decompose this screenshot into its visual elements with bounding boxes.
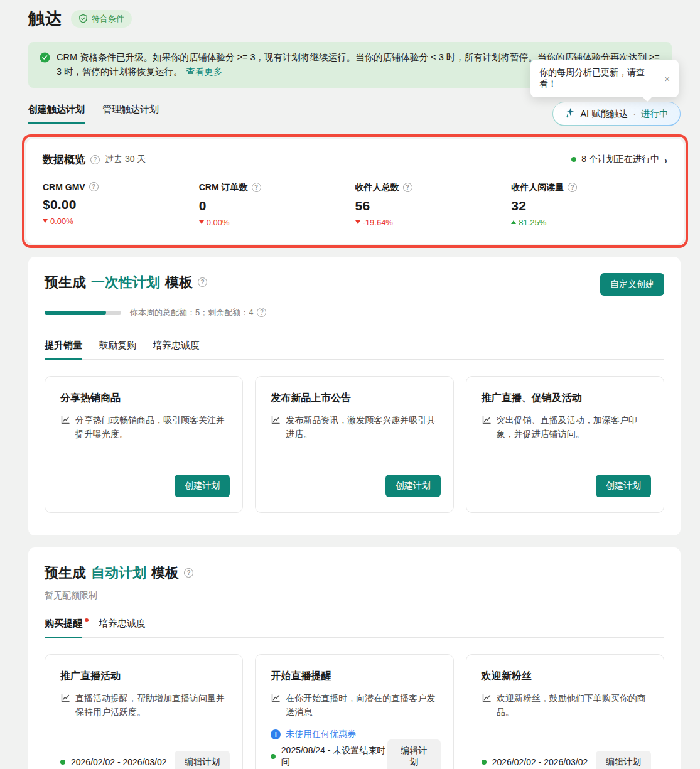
create-plan-button[interactable]: 创建计划 (596, 475, 651, 497)
plan-date-range: 2026/02/02 - 2026/03/02 (482, 757, 588, 767)
eligibility-badge: 符合条件 (71, 10, 132, 28)
tab-manage-reach-plan[interactable]: 管理触达计划 (102, 104, 159, 124)
help-icon[interactable]: ? (252, 183, 261, 192)
metric-delta-value: 0.00% (50, 217, 73, 226)
card-description-text: 发布新品资讯，激发顾客兴趣并吸引其进店。 (286, 414, 438, 441)
help-icon[interactable]: ? (568, 183, 577, 192)
title-accent: 自动计划 (91, 564, 146, 583)
card-description: 在你开始直播时，向潜在的直播客户发送消息 (271, 692, 438, 719)
metric-crm-orders: CRM 订单数? 0 0.00% (199, 182, 355, 227)
help-icon[interactable]: ? (403, 183, 412, 192)
auto-quota-note: 暂无配额限制 (45, 590, 664, 601)
ai-reach-button[interactable]: AI 赋能触达 · 进行中 (552, 102, 681, 126)
tab-create-reach-plan[interactable]: 创建触达计划 (28, 104, 85, 124)
tab-label: 购买提醒 (45, 618, 82, 628)
tab-purchase-reminder[interactable]: 购买提醒 (45, 618, 82, 638)
trend-down-icon (355, 220, 360, 224)
reach-page: 触达 符合条件 CRM 资格条件已升级。如果你的店铺体验分 >= 3，现有计划将… (0, 0, 700, 769)
line-chart-icon (60, 415, 70, 425)
page-title: 触达 (28, 8, 62, 30)
ai-button-separator: · (633, 109, 636, 119)
auto-section-title: 预生成自动计划模板 ? (45, 564, 193, 583)
card-description: 分享热门或畅销商品，吸引顾客关注并提升曝光度。 (60, 414, 227, 441)
card-title: 分享热销商品 (60, 392, 227, 405)
quota-progress-fill (45, 311, 106, 315)
edit-plan-button[interactable]: 编辑计划 (387, 739, 441, 769)
custom-create-button[interactable]: 自定义创建 (600, 273, 664, 296)
metric-delta-value: 81.25% (519, 218, 546, 227)
tab-boost-sales[interactable]: 提升销量 (45, 340, 82, 360)
running-plans-link[interactable]: 8 个计划正在进行中 › (571, 154, 667, 165)
plan-date-range: 2025/08/24 - 未设置结束时间 (271, 745, 387, 768)
toast-text: 你的每周分析已更新，请查看！ (539, 67, 657, 90)
card-title: 开始直播提醒 (271, 670, 438, 683)
card-footer: 2026/02/02 - 2026/03/02 编辑计划 (60, 751, 230, 769)
red-dot-badge (85, 618, 89, 622)
info-icon: i (271, 729, 281, 739)
template-card-share-hot-products: 分享热销商品 分享热门或畅销商品，吸引顾客关注并提升曝光度。 创建计划 (45, 376, 243, 513)
one-time-section-header: 预生成一次性计划模板 ? 自定义创建 (45, 273, 664, 296)
metric-total-recipients: 收件人总数? 56 -19.64% (355, 182, 512, 227)
overview-header: 数据概览 ? 过去 30 天 8 个计划正在进行中 › (43, 153, 667, 167)
help-icon[interactable]: ? (89, 182, 99, 191)
help-icon[interactable]: ? (257, 308, 266, 317)
overview-title: 数据概览 (43, 153, 85, 167)
card-description: 突出促销、直播及活动，加深客户印象，并促进店铺访问。 (482, 414, 649, 441)
metric-value: $0.00 (43, 197, 199, 212)
title-accent: 一次性计划 (91, 273, 160, 292)
ai-button-status: 进行中 (641, 108, 669, 120)
edit-plan-button[interactable]: 编辑计划 (175, 751, 230, 769)
ai-button-label: AI 赋能触达 (580, 108, 628, 120)
one-time-cards: 分享热销商品 分享热门或畅销商品，吸引顾客关注并提升曝光度。 创建计划 发布新品… (45, 376, 664, 513)
line-chart-icon (60, 693, 70, 703)
metric-label: CRM GMV (43, 182, 85, 192)
template-card-new-product-announcement: 发布新品上市公告 发布新品资讯，激发顾客兴趣并吸引其进店。 创建计划 (255, 376, 453, 513)
metric-crm-gmv: CRM GMV? $0.00 0.00% (43, 182, 199, 227)
line-chart-icon (482, 415, 492, 425)
shield-check-icon (78, 14, 88, 24)
metric-delta: 81.25% (511, 218, 667, 227)
banner-see-more-link[interactable]: 查看更多 (186, 67, 223, 77)
metric-value: 32 (511, 198, 667, 213)
coupon-notice-text: 未使用任何优惠券 (286, 729, 356, 740)
card-description-text: 突出促销、直播及活动，加深客户印象，并促进店铺访问。 (497, 414, 649, 441)
metric-label: CRM 订单数 (199, 182, 248, 193)
help-icon[interactable]: ? (90, 155, 100, 164)
quota-text-value: 你本周的总配额：5；剩余配额：4 (130, 307, 253, 318)
metric-label: 收件人阅读量 (511, 182, 564, 193)
status-dot-icon (571, 157, 576, 162)
sparkle-icon (564, 107, 575, 120)
metric-label-row: CRM 订单数? (199, 182, 355, 193)
line-chart-icon (271, 693, 281, 703)
quota-progress-bar (45, 311, 121, 315)
metric-delta-value: -19.64% (363, 218, 393, 227)
card-title: 推广直播活动 (60, 670, 227, 683)
quota-row: 你本周的总配额：5；剩余配额：4? (45, 307, 664, 318)
card-title: 欢迎新粉丝 (482, 670, 649, 683)
one-time-templates-section: 预生成一次性计划模板 ? 自定义创建 你本周的总配额：5；剩余配额：4? 提升销… (28, 257, 681, 535)
card-footer: 2026/02/02 - 2026/03/02 编辑计划 (482, 751, 651, 769)
metric-label: 收件人总数 (355, 182, 399, 193)
card-description-text: 在你开始直播时，向潜在的直播客户发送消息 (286, 692, 438, 719)
close-icon[interactable]: × (664, 74, 670, 83)
active-status-dot-icon (482, 760, 487, 765)
metric-value: 0 (199, 198, 355, 213)
auto-cards: 推广直播活动 直播活动提醒，帮助增加直播访问量并保持用户活跃度。 2026/02… (45, 654, 664, 769)
create-plan-button[interactable]: 创建计划 (175, 475, 230, 497)
plan-date-text: 2026/02/02 - 2026/03/02 (71, 757, 167, 767)
auto-card-welcome-new-followers: 欢迎新粉丝 欢迎新粉丝，鼓励他们下单购买你的商品。 2026/02/02 - 2… (466, 654, 664, 769)
tab-build-loyalty-auto[interactable]: 培养忠诚度 (99, 618, 146, 637)
tab-build-loyalty[interactable]: 培养忠诚度 (153, 340, 200, 359)
one-time-section-title: 预生成一次性计划模板 ? (45, 273, 207, 292)
help-icon[interactable]: ? (184, 568, 193, 578)
metric-delta: -19.64% (355, 218, 512, 227)
help-icon[interactable]: ? (198, 277, 207, 287)
card-title: 发布新品上市公告 (271, 392, 438, 405)
create-plan-button[interactable]: 创建计划 (385, 475, 441, 497)
title-suffix: 模板 (151, 564, 179, 583)
edit-plan-button[interactable]: 编辑计划 (596, 751, 651, 769)
coupon-notice-link[interactable]: i 未使用任何优惠券 (271, 729, 438, 740)
overview-header-left: 数据概览 ? 过去 30 天 (43, 153, 146, 167)
metric-label-row: 收件人总数? (355, 182, 512, 193)
tab-encourage-repurchase[interactable]: 鼓励复购 (99, 340, 136, 359)
